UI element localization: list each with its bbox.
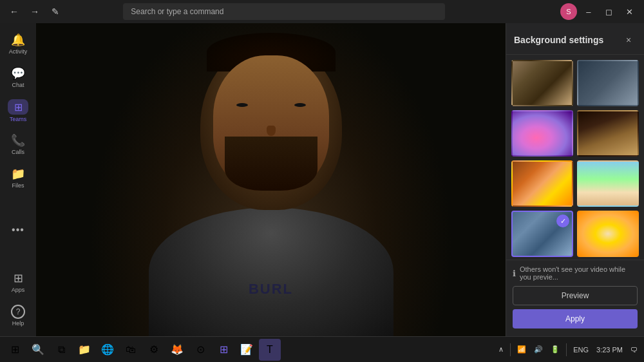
taskbar-store[interactable]: 🛍 bbox=[120, 339, 142, 361]
sidebar-item-more[interactable]: ••• bbox=[4, 214, 32, 245]
panel-close-button[interactable]: × bbox=[621, 32, 636, 48]
sidebar-item-activity[interactable]: 🔔 Activity bbox=[4, 28, 32, 59]
panel-footer: ℹ Others won't see your video while you … bbox=[506, 260, 644, 336]
taskbar-vscode[interactable]: 📝 bbox=[236, 339, 258, 361]
taskbar-firefox[interactable]: 🦊 bbox=[166, 339, 188, 361]
taskbar-file-explorer[interactable]: 📁 bbox=[73, 339, 95, 361]
person-face bbox=[213, 55, 329, 191]
files-icon: 📁 bbox=[11, 167, 25, 181]
taskbar-chrome[interactable]: ⊙ bbox=[189, 339, 211, 361]
panel-header: Background settings × bbox=[506, 23, 644, 55]
taskbar-settings[interactable]: ⚙ bbox=[143, 339, 165, 361]
sidebar-label-activity: Activity bbox=[9, 48, 28, 55]
taskbar-volume[interactable]: 🔊 bbox=[531, 344, 545, 355]
taskbar-edge[interactable]: 🌐 bbox=[97, 339, 118, 361]
sidebar-item-files[interactable]: 📁 Files bbox=[4, 162, 32, 193]
help-icon: ? bbox=[11, 305, 25, 319]
teams-icon: ⊞ bbox=[14, 101, 23, 113]
taskbar-right: ∧ 📶 🔊 🔋 ENG 3:23 PM 🗨 bbox=[496, 343, 640, 356]
sidebar-item-apps[interactable]: ⊞ Apps bbox=[4, 267, 32, 298]
taskbar-teams2[interactable]: T bbox=[259, 339, 281, 361]
title-bar-nav: ← → ✎ bbox=[5, 3, 64, 21]
sidebar-label-help: Help bbox=[12, 320, 24, 327]
apps-icon: ⊞ bbox=[14, 271, 23, 285]
sidebar-label-chat: Chat bbox=[12, 82, 24, 88]
forward-button[interactable]: → bbox=[26, 3, 44, 21]
shirt-area: BURL bbox=[207, 259, 336, 298]
taskbar-start[interactable]: ⊞ bbox=[4, 339, 26, 361]
panel-title: Background settings bbox=[514, 35, 603, 45]
sidebar: 🔔 Activity 💬 Chat ⊞ Teams 📞 Calls 📁 File… bbox=[0, 23, 36, 336]
person-head bbox=[200, 43, 342, 210]
minimize-button[interactable]: – bbox=[580, 3, 598, 21]
taskbar-task-view[interactable]: ⧉ bbox=[50, 339, 72, 361]
sidebar-item-chat[interactable]: 💬 Chat bbox=[4, 62, 32, 93]
background-thumbnail-8[interactable] bbox=[577, 211, 639, 257]
taskbar-teams[interactable]: ⊞ bbox=[213, 339, 234, 361]
sidebar-item-help[interactable]: ? Help bbox=[4, 300, 32, 331]
search-bar[interactable]: Search or type a command bbox=[123, 3, 445, 20]
background-thumbnail-2[interactable] bbox=[577, 60, 639, 106]
maximize-button[interactable]: ◻ bbox=[600, 3, 618, 21]
person-nose bbox=[267, 126, 276, 136]
selected-check-icon: ✓ bbox=[556, 214, 569, 227]
background-thumbnail-5[interactable] bbox=[511, 160, 573, 207]
taskbar-system-tray[interactable]: ∧ bbox=[496, 344, 506, 355]
activity-icon: 🔔 bbox=[11, 33, 25, 47]
sidebar-label-calls: Calls bbox=[12, 149, 24, 155]
info-row: ℹ Others won't see your video while you … bbox=[513, 265, 638, 281]
sidebar-item-teams[interactable]: ⊞ Teams bbox=[4, 95, 32, 126]
calls-icon: 📞 bbox=[11, 133, 25, 148]
taskbar-notifications[interactable]: 🗨 bbox=[628, 345, 640, 355]
background-thumbnail-3[interactable] bbox=[511, 110, 573, 157]
taskbar-battery[interactable]: 🔋 bbox=[548, 344, 562, 355]
sidebar-item-calls[interactable]: 📞 Calls bbox=[4, 129, 32, 160]
close-button[interactable]: ✕ bbox=[621, 3, 639, 21]
background-thumbnail-6[interactable] bbox=[577, 160, 639, 207]
taskbar-search[interactable]: 🔍 bbox=[27, 339, 49, 361]
person-right-eye bbox=[294, 103, 306, 107]
search-placeholder: Search or type a command bbox=[131, 7, 223, 16]
compose-button[interactable]: ✎ bbox=[46, 3, 64, 21]
person-beard bbox=[225, 137, 317, 191]
person-left-eye bbox=[236, 103, 248, 107]
taskbar-divider-2 bbox=[566, 343, 567, 356]
background-thumbnail-7[interactable]: ✓ bbox=[511, 211, 573, 257]
taskbar: ⊞ 🔍 ⧉ 📁 🌐 🛍 ⚙ 🦊 ⊙ ⊞ 📝 T ∧ 📶 🔊 🔋 ENG 3:23… bbox=[0, 336, 644, 362]
background-thumbnail-4[interactable] bbox=[577, 110, 639, 157]
background-thumbnail-1[interactable] bbox=[511, 60, 573, 106]
backgrounds-grid: ✓ bbox=[506, 55, 644, 260]
more-icon: ••• bbox=[12, 224, 24, 236]
title-bar: ← → ✎ Search or type a command S – ◻ ✕ bbox=[0, 0, 644, 23]
info-icon: ℹ bbox=[513, 269, 516, 278]
language-text: ENG bbox=[573, 346, 589, 354]
taskbar-clock[interactable]: 3:23 PM bbox=[594, 345, 625, 355]
title-bar-right: S – ◻ ✕ bbox=[560, 3, 639, 21]
info-text: Others won't see your video while you pr… bbox=[520, 265, 638, 281]
apply-button[interactable]: Apply bbox=[513, 309, 638, 329]
sidebar-bottom: ⊞ Apps ? Help bbox=[4, 267, 32, 331]
camera-video: BURL bbox=[36, 23, 506, 336]
background-settings-panel: Background settings × ✓ ℹ Others won't s… bbox=[506, 23, 644, 336]
sidebar-label-files: Files bbox=[12, 182, 24, 189]
clock-text: 3:23 PM bbox=[596, 346, 623, 354]
teams-icon-bg: ⊞ bbox=[8, 99, 28, 115]
main-content: 🔔 Activity 💬 Chat ⊞ Teams 📞 Calls 📁 File… bbox=[0, 23, 644, 336]
taskbar-divider-1 bbox=[510, 343, 511, 356]
preview-button[interactable]: Preview bbox=[513, 286, 638, 305]
taskbar-language[interactable]: ENG bbox=[571, 345, 591, 355]
back-button[interactable]: ← bbox=[5, 3, 23, 21]
avatar[interactable]: S bbox=[560, 3, 577, 20]
camera-area: BURL bbox=[36, 23, 506, 336]
sidebar-label-teams: Teams bbox=[10, 116, 27, 122]
shirt-text: BURL bbox=[249, 281, 293, 298]
sidebar-label-apps: Apps bbox=[12, 287, 25, 293]
chat-icon: 💬 bbox=[11, 66, 25, 81]
taskbar-network[interactable]: 📶 bbox=[515, 344, 529, 355]
